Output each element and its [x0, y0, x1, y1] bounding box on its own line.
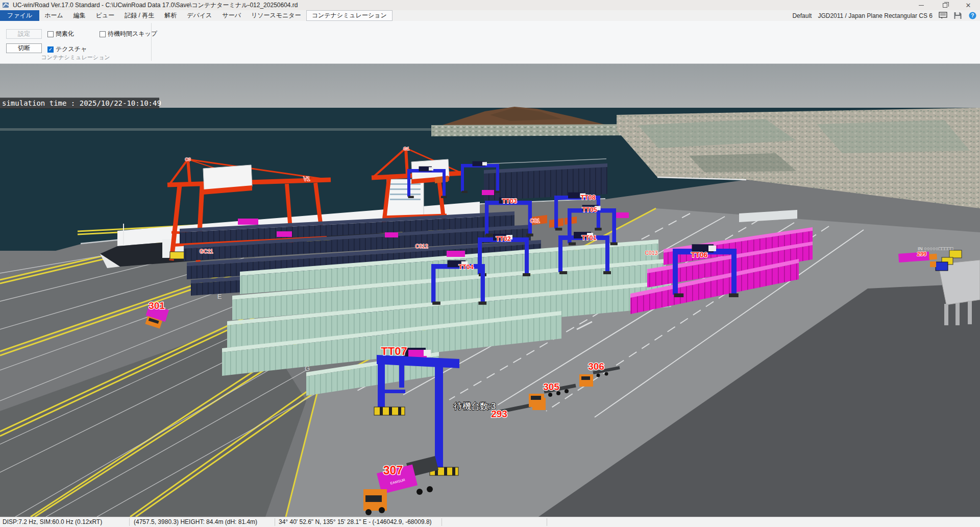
title-bar: UC-win/Road Ver.17.0 Standard - C:\UCwin… [0, 0, 980, 10]
save-icon[interactable] [953, 12, 962, 19]
svg-text:C013: C013 [645, 250, 657, 256]
message-log-icon[interactable] [939, 12, 947, 19]
svg-text:TT06: TT06 [691, 251, 708, 259]
texture-checkbox[interactable]: ✓ テクスチャ [47, 45, 87, 54]
ribbon-group-separator [151, 23, 152, 61]
close-button[interactable]: ✕ [957, 0, 980, 10]
simplify-checkbox[interactable]: 簡素化 [47, 30, 74, 38]
tabbar-right-cluster: Default JGD2011 / Japan Plane Rectangula… [792, 10, 977, 21]
ribbon-container-simulation: 設定 切断 簡素化 待機時間スキップ ✓ テクスチャ コンテナシミュレーション [0, 21, 980, 64]
close-icon: ✕ [966, 2, 971, 9]
status-separator [275, 518, 275, 526]
svg-text:TT07: TT07 [381, 345, 407, 357]
tab-analysis[interactable]: 解析 [159, 10, 182, 21]
restore-button[interactable] [933, 0, 957, 10]
app-icon [3, 2, 10, 9]
svg-text:G1: G1 [403, 146, 409, 151]
svg-text:?: ? [971, 13, 974, 18]
tab-file[interactable]: ファイル [0, 10, 39, 21]
tab-record-play[interactable]: 記録 / 再生 [119, 10, 159, 21]
simplify-checkbox-label: 簡素化 [56, 30, 74, 38]
ribbon-tab-bar: ファイル ホーム 編集 ビュー 記録 / 再生 解析 デバイス サーバ リソース… [0, 10, 980, 21]
svg-text:TT08: TT08 [580, 194, 595, 201]
tab-resource-monitor[interactable]: リソースモニター [246, 10, 306, 21]
tab-server[interactable]: サーバ [217, 10, 246, 21]
restore-icon [943, 3, 947, 8]
svg-text:301: 301 [149, 300, 165, 311]
help-icon[interactable]: ? [968, 12, 977, 19]
svg-text:待機台数:3: 待機台数:3 [454, 401, 496, 411]
coordinate-system-label[interactable]: JGD2011 / Japan Plane Rectangular CS 6 [818, 12, 933, 19]
svg-text:C01: C01 [530, 218, 540, 224]
tab-container-simulation[interactable]: コンテナシミュレーション [306, 10, 393, 21]
status-geo-coordinates: 34° 40' 52.6" N, 135° 15' 28.1" E - (-14… [279, 518, 432, 525]
tab-view[interactable]: ビュー [91, 10, 120, 21]
settings-button[interactable]: 設定 [6, 29, 42, 39]
svg-text:V1: V1 [304, 176, 310, 182]
status-separator [442, 518, 442, 526]
svg-text:299: 299 [917, 251, 926, 257]
status-performance: DISP:7.2 Hz, SIM:60.0 Hz (0.12xRT) [3, 518, 102, 525]
disconnect-button[interactable]: 切断 [6, 43, 42, 53]
svg-text:IN ○○○○○□□□□□: IN ○○○○○□□□□□ [918, 246, 953, 251]
svg-text:TT05: TT05 [582, 206, 597, 213]
simulation-time-overlay: simulation time : 2025/10/22-10:10:49 [0, 98, 159, 109]
window-title: UC-win/Road Ver.17.0 Standard - C:\UCwin… [13, 1, 298, 10]
checkbox-unchecked-icon [47, 31, 54, 37]
status-separator [547, 518, 547, 526]
status-position: (4757.5, 3980.3) HEIGHT: 84.4m (dH: 81.4… [134, 518, 257, 525]
status-bar: DISP:7.2 Hz, SIM:60.0 Hz (0.12xRT) (4757… [0, 517, 980, 527]
checkbox-checked-icon: ✓ [47, 46, 54, 53]
skip-wait-time-checkbox-label: 待機時間スキップ [108, 30, 157, 38]
window-controls: ✕ [910, 0, 980, 10]
tab-home[interactable]: ホーム [39, 10, 68, 21]
status-separator [129, 518, 130, 526]
svg-text:306: 306 [588, 361, 604, 372]
tab-edit[interactable]: 編集 [68, 10, 91, 21]
skip-wait-time-checkbox[interactable]: 待機時間スキップ [100, 30, 157, 38]
profile-selector[interactable]: Default [792, 12, 812, 19]
tab-device[interactable]: デバイス [182, 10, 217, 21]
svg-text:C3: C3 [185, 157, 191, 162]
terminal-scene: E F G G [0, 64, 980, 517]
ribbon-group-label: コンテナシミュレーション [0, 54, 151, 61]
svg-text:GC11: GC11 [200, 248, 213, 254]
minimize-icon [919, 5, 924, 6]
checkbox-unchecked-icon [100, 31, 106, 37]
svg-text:305: 305 [543, 381, 559, 392]
svg-text:TT02: TT02 [496, 235, 510, 243]
texture-checkbox-label: テクスチャ [56, 45, 87, 54]
minimize-button[interactable] [910, 0, 933, 10]
svg-text:307: 307 [383, 464, 403, 477]
svg-text:TT04: TT04 [458, 264, 473, 271]
svg-text:TT03: TT03 [502, 198, 517, 205]
3d-viewport[interactable]: E F G G [0, 64, 980, 517]
svg-text:TT01: TT01 [581, 234, 596, 242]
svg-text:C012: C012 [415, 243, 428, 249]
